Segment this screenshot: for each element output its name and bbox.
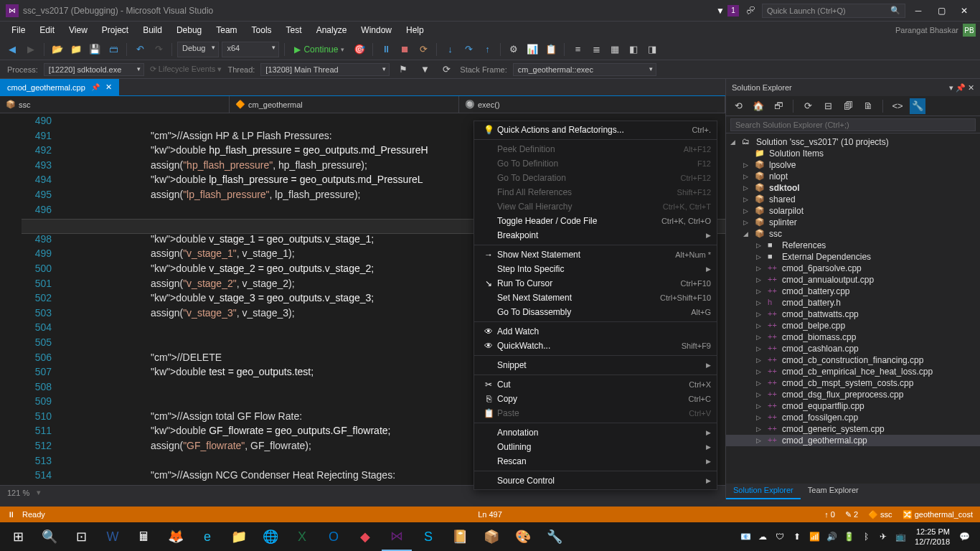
toolbar-icon[interactable]: 📊 <box>524 42 540 57</box>
thread-combo[interactable]: [13208] Main Thread <box>260 63 390 76</box>
toolbar-icon[interactable]: ◧ <box>626 42 641 57</box>
ctx-toggle-header-code-file[interactable]: Toggle Header / Code FileCtrl+K, Ctrl+O <box>474 214 717 228</box>
debug-target-icon[interactable]: 🎯 <box>352 42 367 57</box>
bluetooth-icon[interactable]: ᛒ <box>859 529 873 544</box>
notification-flag-icon[interactable]: ▼ <box>716 6 725 16</box>
tree-item[interactable]: ▷📦nlopt <box>726 171 980 182</box>
tray-icon[interactable]: 📧 <box>738 529 753 544</box>
tree-item[interactable]: 📁Solution Items <box>726 148 980 159</box>
ctx-snippet[interactable]: Snippet▶ <box>474 358 717 372</box>
tray-icon[interactable]: 🔋 <box>842 529 856 544</box>
app-icon[interactable]: 🎨 <box>508 522 538 551</box>
stack-combo[interactable]: cm_geothermal::exec <box>513 63 656 76</box>
tree-item[interactable]: ▷📦shared <box>726 194 980 205</box>
git-outgoing[interactable]: ↑ 0 <box>824 510 835 519</box>
solution-node[interactable]: ◢🗂Solution 'ssc_vs2017' (10 projects) <box>726 136 980 148</box>
code-icon[interactable]: <> <box>890 98 905 114</box>
toolbar-icon[interactable]: ◨ <box>644 42 660 57</box>
tray-icon[interactable]: 📺 <box>893 529 908 544</box>
tree-item[interactable]: ▷📦sdktool <box>726 182 980 194</box>
solution-tree[interactable]: ◢🗂Solution 'ssc_vs2017' (10 projects)📁So… <box>726 133 980 484</box>
ctx-source-control[interactable]: Source Control▶ <box>474 474 717 488</box>
tree-item[interactable]: ▷++cmod_annualoutput.cpp <box>726 274 980 286</box>
collapse-icon[interactable]: ⊟ <box>820 98 836 114</box>
word-icon[interactable]: W <box>98 522 128 551</box>
home-icon[interactable]: ⟲ <box>730 98 746 114</box>
class-combo[interactable]: 🔶cm_geothermal <box>230 96 459 113</box>
tree-item[interactable]: ▷++cmod_dsg_flux_preprocess.cpp <box>726 389 980 400</box>
vs-icon[interactable]: ⋈ <box>382 522 412 551</box>
tree-item[interactable]: ▷++cmod_cashloan.cpp <box>726 343 980 354</box>
system-clock[interactable]: 12:25 PM 12/7/2018 <box>910 527 954 547</box>
menu-file[interactable]: File <box>4 23 32 37</box>
chrome-icon[interactable]: 🌐 <box>255 522 286 551</box>
tree-item[interactable]: ▷++cmod_belpe.cpp <box>726 320 980 331</box>
lifecycle-events[interactable]: ⟳ Lifecycle Events ▾ <box>150 65 222 74</box>
tray-icon[interactable]: ☁ <box>755 529 770 544</box>
menu-tools[interactable]: Tools <box>245 23 279 37</box>
pause-icon[interactable]: ⏸ <box>378 42 394 57</box>
show-all-icon[interactable]: 🗐 <box>840 98 856 114</box>
firefox-icon[interactable]: 🦊 <box>161 522 191 551</box>
tray-icon[interactable]: 🛡 <box>773 529 787 544</box>
pin-icon[interactable]: 📌 <box>91 83 100 91</box>
menu-help[interactable]: Help <box>399 23 431 37</box>
platform-combo[interactable]: x64 <box>222 42 279 57</box>
process-combo[interactable]: [12220] sdktoold.exe <box>44 63 144 76</box>
tree-item[interactable]: ▷📦lpsolve <box>726 159 980 171</box>
tree-item[interactable]: ▷++cmod_battery.cpp <box>726 286 980 297</box>
zoom-level[interactable]: 121 % <box>7 489 29 497</box>
redo-icon[interactable]: ↷ <box>151 42 166 57</box>
minimize-button[interactable]: ─ <box>908 4 928 18</box>
tray-icon[interactable]: 📶 <box>807 529 821 544</box>
ctx-add-watch[interactable]: 👁Add Watch <box>474 324 717 339</box>
step-out-icon[interactable]: ↑ <box>479 42 495 57</box>
ctx-quick-actions-and-refactorings-[interactable]: 💡Quick Actions and Refactorings...Ctrl+. <box>474 123 717 137</box>
ctx-annotation[interactable]: Annotation▶ <box>474 425 717 440</box>
tree-item[interactable]: ▷++cmod_battwatts.cpp <box>726 309 980 320</box>
pin-icon[interactable]: 📌 <box>956 83 966 92</box>
refresh-icon[interactable]: ⟳ <box>438 62 454 77</box>
menu-edit[interactable]: Edit <box>32 23 62 37</box>
ctx-copy[interactable]: ⎘CopyCtrl+C <box>474 392 717 406</box>
notification-count[interactable]: 1 <box>727 5 739 17</box>
git-repo[interactable]: 🔶 ssc <box>868 510 892 519</box>
tree-item[interactable]: ▷📦solarpilot <box>726 205 980 217</box>
menu-view[interactable]: View <box>62 23 95 37</box>
tab-solution-explorer[interactable]: Solution Explorer <box>726 484 801 499</box>
menu-build[interactable]: Build <box>136 23 169 37</box>
menu-debug[interactable]: Debug <box>169 23 209 37</box>
calculator-icon[interactable]: 🖩 <box>129 522 159 551</box>
ie-icon[interactable]: e <box>192 522 222 551</box>
start-button[interactable]: ⊞ <box>3 522 33 551</box>
function-combo[interactable]: 🔘exec() <box>459 96 725 113</box>
nav-back-icon[interactable]: ◀ <box>4 42 20 57</box>
document-tab[interactable]: cmod_geothermal.cpp 📌 ✕ <box>0 79 119 95</box>
properties-icon[interactable]: 🗎 <box>860 98 876 114</box>
menu-analyze[interactable]: Analyze <box>309 23 354 37</box>
close-button[interactable]: ✕ <box>954 4 974 18</box>
tree-item[interactable]: ▷++cmod_cb_empirical_hce_heat_loss.cpp <box>726 366 980 377</box>
wrench-icon[interactable]: 🔧 <box>910 98 925 114</box>
excel-icon[interactable]: X <box>287 522 317 551</box>
app-icon[interactable]: 🔧 <box>540 522 570 551</box>
tray-icon[interactable]: 🔊 <box>824 529 839 544</box>
stop-icon[interactable]: ⏹ <box>397 42 413 57</box>
nav-fwd-icon[interactable]: ▶ <box>23 42 39 57</box>
ctx-show-next-statement[interactable]: →Show Next StatementAlt+Num * <box>474 248 717 262</box>
step-into-icon[interactable]: ↓ <box>442 42 458 57</box>
filter-icon[interactable]: ▼ <box>417 62 433 77</box>
ctx-breakpoint[interactable]: Breakpoint▶ <box>474 228 717 242</box>
ctx-outlining[interactable]: Outlining▶ <box>474 440 717 454</box>
ctx-set-next-statement[interactable]: Set Next StatementCtrl+Shift+F10 <box>474 291 717 305</box>
tree-item[interactable]: ▷++cmod_cb_mspt_system_costs.cpp <box>726 377 980 389</box>
search-icon[interactable]: 🔍 <box>34 522 65 551</box>
new-project-icon[interactable]: 📂 <box>50 42 65 57</box>
tree-item[interactable]: ▷hcmod_battery.h <box>726 297 980 309</box>
tree-item[interactable]: ▷++cmod_geothermal.cpp <box>726 435 980 446</box>
tree-item[interactable]: ▷++cmod_biomass.cpp <box>726 331 980 343</box>
notifications-icon[interactable]: 💬 <box>957 529 971 544</box>
continue-button[interactable]: ▶ Continue ▾ <box>290 43 349 56</box>
dropdown-icon[interactable]: ▾ <box>949 83 953 92</box>
menu-team[interactable]: Team <box>209 23 244 37</box>
